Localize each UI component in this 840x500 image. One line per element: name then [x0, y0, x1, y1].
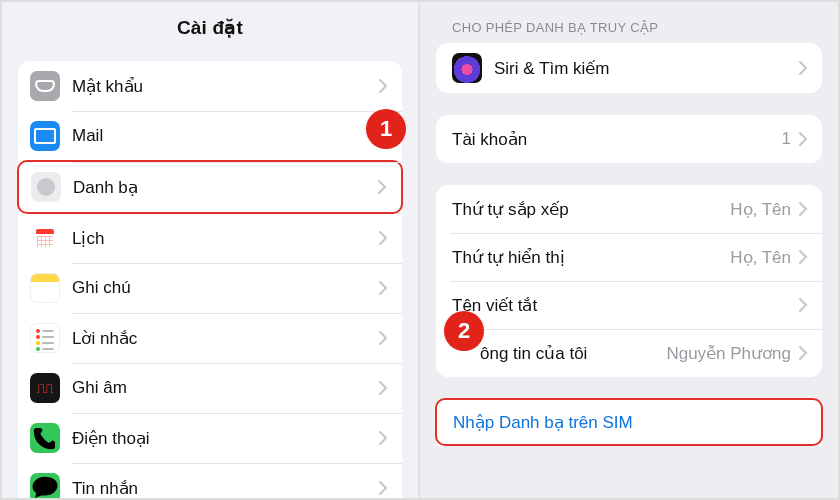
chevron-right-icon: [379, 381, 388, 395]
row-label: Tin nhắn: [72, 478, 379, 499]
row-label: Lời nhắc: [72, 328, 379, 349]
row-siri-search[interactable]: Siri & Tìm kiếm: [436, 43, 822, 93]
chevron-right-icon: [799, 346, 808, 360]
settings-row-phone[interactable]: Điện thoại: [18, 413, 402, 463]
import-sim-link[interactable]: Nhập Danh bạ trên SIM: [453, 412, 633, 433]
settings-row-passwords[interactable]: Mật khẩu: [18, 61, 402, 111]
chevron-right-icon: [379, 481, 388, 495]
row-label: Danh bạ: [73, 177, 378, 198]
messages-icon: [30, 473, 60, 498]
row-value: Nguyễn Phương: [666, 343, 791, 364]
row-label: Lịch: [72, 228, 379, 249]
row-label: Ghi âm: [72, 378, 379, 398]
chevron-right-icon: [379, 281, 388, 295]
chevron-right-icon: [799, 61, 808, 75]
row-my-info[interactable]: ông tin của tôi Nguyễn Phương: [436, 329, 822, 377]
settings-row-calendar[interactable]: Lịch: [18, 213, 402, 263]
chevron-right-icon: [379, 231, 388, 245]
chevron-right-icon: [379, 79, 388, 93]
row-label: Ghi chú: [72, 278, 379, 298]
chevron-right-icon: [379, 331, 388, 345]
mail-icon: [30, 121, 60, 151]
phone-icon: [30, 423, 60, 453]
chevron-right-icon: [799, 298, 808, 312]
chevron-right-icon: [799, 202, 808, 216]
reminders-icon: [30, 323, 60, 353]
row-label: Thứ tự sắp xếp: [452, 199, 730, 220]
row-sort-order[interactable]: Thứ tự sắp xếp Họ, Tên: [436, 185, 822, 233]
row-accounts[interactable]: Tài khoản 1: [436, 115, 822, 163]
row-display-order[interactable]: Thứ tự hiển thị Họ, Tên: [436, 233, 822, 281]
siri-icon: [452, 53, 482, 83]
row-label: Thứ tự hiển thị: [452, 247, 730, 268]
chevron-right-icon: [378, 180, 387, 194]
calendar-icon: [30, 223, 60, 253]
settings-row-contacts[interactable]: Danh bạ: [17, 160, 403, 214]
settings-row-messages[interactable]: Tin nhắn: [18, 463, 402, 498]
section-header-access: CHO PHÉP DANH BẠ TRUY CẬP: [420, 2, 838, 43]
row-label: Điện thoại: [72, 428, 379, 449]
row-short-name[interactable]: Tên viết tắt: [436, 281, 822, 329]
row-label: Tên viết tắt: [452, 295, 799, 316]
contacts-icon: [31, 172, 61, 202]
row-value: Họ, Tên: [730, 247, 791, 268]
annotation-badge-2: 2: [444, 311, 484, 351]
row-label: Mail: [72, 126, 379, 146]
row-value: Họ, Tên: [730, 199, 791, 220]
row-label: Tài khoản: [452, 129, 782, 150]
chevron-right-icon: [799, 250, 808, 264]
chevron-right-icon: [799, 132, 808, 146]
row-label: Mật khẩu: [72, 76, 379, 97]
row-value: 1: [782, 129, 791, 149]
voicememos-icon: ⎍⎍: [30, 373, 60, 403]
key-icon: [30, 71, 60, 101]
settings-row-voicememos[interactable]: ⎍⎍ Ghi âm: [18, 363, 402, 413]
row-label: ông tin của tôi: [452, 343, 666, 364]
settings-row-reminders[interactable]: Lời nhắc: [18, 313, 402, 363]
row-label: Siri & Tìm kiếm: [494, 58, 799, 79]
chevron-right-icon: [379, 431, 388, 445]
row-import-sim-contacts[interactable]: Nhập Danh bạ trên SIM: [435, 398, 823, 446]
notes-icon: [30, 273, 60, 303]
settings-row-mail[interactable]: Mail: [18, 111, 402, 161]
settings-title: Cài đặt: [2, 2, 418, 61]
settings-row-notes[interactable]: Ghi chú: [18, 263, 402, 313]
annotation-badge-1: 1: [366, 109, 406, 149]
